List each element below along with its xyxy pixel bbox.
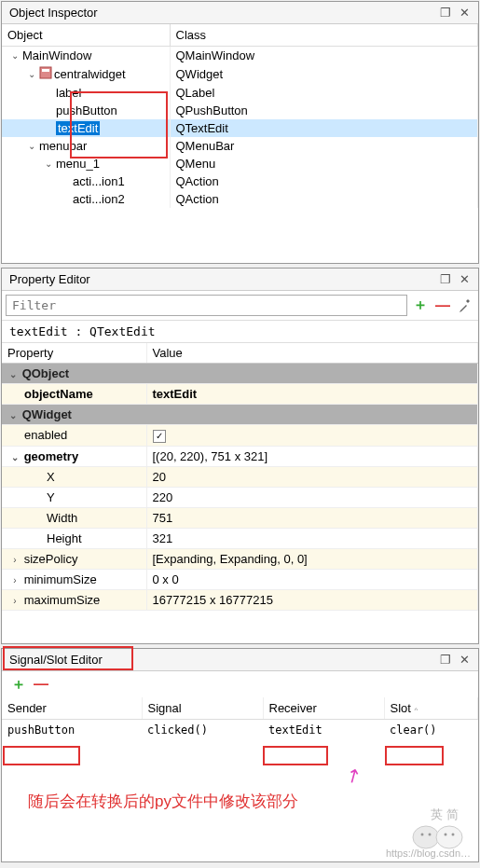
svg-text:英 简: 英 简 <box>431 807 459 821</box>
tree-item-class: QMenuBar <box>170 137 478 155</box>
filter-row: ＋ — <box>2 291 478 321</box>
prop-sizepolicy[interactable]: › sizePolicy[Expanding, Expanding, 0, 0] <box>2 548 478 569</box>
sender-cell[interactable]: pushButton <box>2 720 142 741</box>
annotation-text: 随后会在转换后的py文件中修改该部分 <box>28 791 298 812</box>
slot-cell[interactable]: clear() <box>384 720 478 741</box>
tree-row-acti...ion1[interactable]: acti...ion1QAction <box>2 172 478 190</box>
mascot-image: 英 简 <box>407 805 473 851</box>
col-signal[interactable]: Signal <box>142 697 263 720</box>
dock-icon[interactable]: ❐ <box>439 273 452 286</box>
prop-y[interactable]: Y220 <box>2 487 478 507</box>
add-connection-button[interactable]: ＋ <box>9 675 28 694</box>
tree-item-label: MainWindow <box>22 48 91 62</box>
tree-item-label: centralwidget <box>54 67 126 81</box>
col-property[interactable]: Property <box>2 343 146 364</box>
tree-item-label: pushButton <box>56 103 117 117</box>
tree-item-class: QWidget <box>170 64 478 84</box>
connection-row[interactable]: pushButton clicked() textEdit clear() <box>2 720 478 741</box>
tree-item-class: QMainWindow <box>170 47 478 65</box>
receiver-cell[interactable]: textEdit <box>263 720 384 741</box>
tree-row-acti...ion2[interactable]: acti...ion2QAction <box>2 190 478 208</box>
expander-icon[interactable]: ⌄ <box>9 50 21 61</box>
object-inspector-header: Object Inspector ❐ ✕ <box>2 2 478 24</box>
svg-rect-1 <box>42 69 49 72</box>
configure-button[interactable] <box>456 296 474 315</box>
col-object[interactable]: Object <box>2 24 170 47</box>
expander-icon[interactable]: ⌄ <box>26 141 37 151</box>
tree-row-pushButton[interactable]: pushButtonQPushButton <box>2 102 478 119</box>
col-value[interactable]: Value <box>146 343 478 364</box>
tree-row-menubar[interactable]: ⌄menubarQMenuBar <box>2 137 478 155</box>
tree-row-MainWindow[interactable]: ⌄MainWindowQMainWindow <box>2 47 478 65</box>
svg-rect-0 <box>40 67 51 78</box>
prop-height[interactable]: Height321 <box>2 528 478 548</box>
close-icon[interactable]: ✕ <box>458 654 471 667</box>
object-tree-table: Object Class ⌄MainWindowQMainWindow⌄cent… <box>2 24 478 208</box>
col-slot[interactable]: Slot ^ <box>384 697 478 720</box>
close-icon[interactable]: ✕ <box>458 273 471 286</box>
object-path: textEdit : QTextEdit <box>2 321 478 343</box>
sort-caret-icon: ^ <box>415 706 418 714</box>
tree-item-label: label <box>56 86 81 100</box>
prop-geometry[interactable]: ⌄ geometry[(20, 220), 751 x 321] <box>2 446 478 466</box>
expander-icon[interactable]: ⌄ <box>43 158 54 169</box>
svg-point-6 <box>445 834 447 836</box>
prop-width[interactable]: Width751 <box>2 507 478 528</box>
object-tree-header: Object Class <box>2 24 478 47</box>
property-editor-header: Property Editor ❐ ✕ <box>2 269 478 291</box>
svg-point-2 <box>413 826 439 848</box>
svg-point-4 <box>421 834 424 836</box>
signal-slot-table: Sender Signal Receiver Slot ^ pushButton… <box>2 697 478 740</box>
widget-icon <box>39 66 52 82</box>
object-inspector-panel: Object Inspector ❐ ✕ Object Class ⌄MainW… <box>1 1 479 264</box>
tree-item-class: QAction <box>170 190 478 208</box>
col-receiver[interactable]: Receiver <box>263 697 384 720</box>
prop-minimumsize[interactable]: › minimumSize0 x 0 <box>2 569 478 589</box>
filter-input[interactable] <box>6 295 407 316</box>
property-editor-title: Property Editor <box>9 272 90 286</box>
dock-icon[interactable]: ❐ <box>439 654 452 667</box>
tree-row-menu_1[interactable]: ⌄menu_1QMenu <box>2 155 478 172</box>
prop-enabled[interactable]: enabled✓ <box>2 425 478 447</box>
col-class[interactable]: Class <box>170 24 478 47</box>
tree-item-class: QMenu <box>170 155 478 172</box>
tree-item-label: acti...ion2 <box>73 192 125 206</box>
signal-cell[interactable]: clicked() <box>142 720 263 741</box>
prop-objectname[interactable]: objectNametextEdit <box>2 384 478 405</box>
tree-item-label: menu_1 <box>56 157 100 171</box>
tree-item-label: acti...ion1 <box>73 174 125 188</box>
tree-item-class: QTextEdit <box>170 119 478 137</box>
signal-slot-header: Signal/Slot Editor ❐ ✕ <box>2 649 478 671</box>
tree-item-class: QAction <box>170 172 478 190</box>
tree-item-label: textEdit <box>56 121 100 135</box>
tree-item-class: QPushButton <box>170 102 478 119</box>
group-qobject[interactable]: ⌄ QObject <box>2 364 478 384</box>
svg-point-7 <box>452 834 455 836</box>
prop-maximumsize[interactable]: › maximumSize16777215 x 16777215 <box>2 589 478 610</box>
tree-item-label: menubar <box>39 139 87 153</box>
remove-connection-button[interactable]: — <box>32 675 50 694</box>
watermark-text: https://blog.csdn… <box>386 847 471 859</box>
signal-slot-toolbar: ＋ — <box>2 671 478 697</box>
col-sender[interactable]: Sender <box>2 697 142 720</box>
property-table: PropertyValue ⌄ QObject objectNametextEd… <box>2 343 478 611</box>
dock-icon[interactable]: ❐ <box>439 7 452 20</box>
tree-row-label[interactable]: labelQLabel <box>2 84 478 102</box>
expander-icon[interactable]: ⌄ <box>26 69 37 79</box>
tree-row-textEdit[interactable]: textEditQTextEdit <box>2 119 478 137</box>
prop-x[interactable]: X20 <box>2 466 478 487</box>
signal-slot-title: Signal/Slot Editor <box>9 653 103 667</box>
enabled-checkbox[interactable]: ✓ <box>153 430 166 443</box>
add-property-button[interactable]: ＋ <box>411 296 430 315</box>
svg-point-5 <box>429 834 432 836</box>
tree-row-centralwidget[interactable]: ⌄centralwidgetQWidget <box>2 64 478 84</box>
tree-item-class: QLabel <box>170 84 478 102</box>
group-qwidget[interactable]: ⌄ QWidget <box>2 405 478 425</box>
remove-property-button[interactable]: — <box>433 296 452 315</box>
svg-point-3 <box>436 826 462 848</box>
close-icon[interactable]: ✕ <box>458 7 471 20</box>
object-inspector-title: Object Inspector <box>9 6 98 20</box>
property-editor-panel: Property Editor ❐ ✕ ＋ — textEdit : QText… <box>1 268 479 644</box>
